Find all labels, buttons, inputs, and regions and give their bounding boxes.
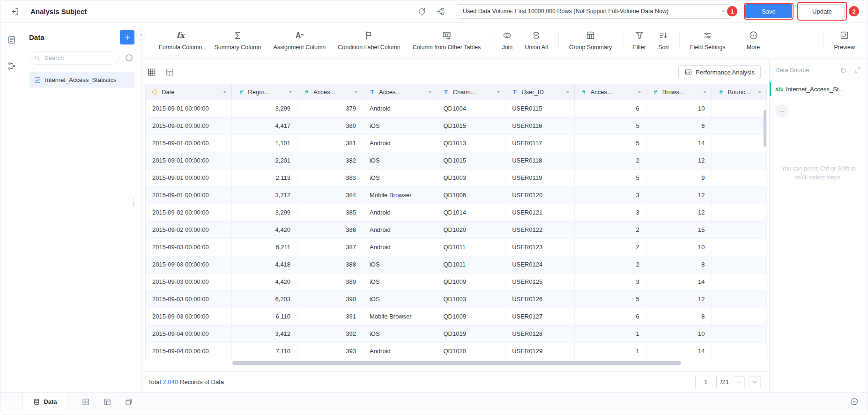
column-header-8[interactable]: #Bounc... [712, 84, 766, 100]
column-dropdown-icon[interactable] [497, 91, 500, 93]
data-grid: Date#Regio...#Acces...TAcces...TChann...… [145, 84, 767, 360]
topbar: Analysis Subject Used Data Volume: First… [0, 0, 868, 22]
collapse-bar-icon[interactable] [848, 396, 860, 408]
table-row: 2015-09-04 00:00:007,110393AndroidQD1020… [146, 342, 767, 360]
column-dropdown-icon[interactable] [703, 91, 707, 93]
number-type-icon: # [303, 89, 310, 96]
flow-icon[interactable] [434, 5, 446, 17]
toolbar-union-all-button[interactable]: Union All [519, 30, 554, 51]
data-source-step[interactable]: xls Internet_Access_St... [770, 82, 868, 96]
column-header-1[interactable]: #Regio... [232, 84, 297, 100]
number-type-icon: # [237, 89, 245, 96]
search-options-icon[interactable] [124, 52, 134, 63]
sidebar-search-row [29, 51, 134, 65]
column-dropdown-icon[interactable] [638, 91, 641, 93]
toolbar-item-label: Assignment Column [273, 44, 326, 51]
update-button[interactable]: Update [800, 4, 845, 18]
sidebar-table-item[interactable]: Internet_Access_Statistics [29, 72, 134, 88]
column-header-3[interactable]: TAcces... [363, 84, 437, 100]
toolbar-filter-button[interactable]: Filter [627, 30, 652, 51]
column-header-7[interactable]: #Brows... [646, 84, 712, 100]
toolbar-column-from-other-tables-button[interactable]: Column from Other Tables [407, 30, 487, 51]
table-row: 2015-09-01 00:00:002,201382iOSQD1015USER… [146, 152, 767, 169]
column-dropdown-icon[interactable] [758, 91, 762, 93]
table-cell: USER0119 [505, 169, 574, 186]
toolbar-preview-button[interactable]: Preview [828, 30, 861, 51]
table-cell: 10 [646, 100, 712, 117]
table-cell: 3,412 [232, 325, 297, 342]
toolbar-formula-column-button[interactable]: fxFormula Column [153, 30, 208, 51]
vertical-scrollbar[interactable] [764, 110, 766, 147]
table-component-icon[interactable] [101, 396, 113, 408]
table-cell: USER0128 [505, 325, 574, 342]
toolbar-item-label: More [747, 44, 760, 51]
column-label: Chann... [453, 89, 494, 96]
add-data-button[interactable] [120, 30, 134, 44]
xls-badge: xls [775, 86, 783, 92]
union-icon [531, 30, 541, 41]
add-step-button[interactable] [775, 104, 788, 118]
search-input[interactable] [45, 54, 114, 61]
column-header-0[interactable]: Date [146, 84, 232, 100]
table-cell: USER0124 [505, 256, 574, 273]
column-dropdown-icon[interactable] [566, 91, 570, 93]
analysis-steps-icon[interactable] [6, 34, 18, 46]
exit-icon[interactable] [9, 5, 21, 17]
toolbar-sort-button[interactable]: Sort [652, 30, 675, 51]
table-cell: Android [363, 238, 437, 256]
hint-line-2: multi-select steps. [795, 174, 842, 181]
toolbar-assignment-column-button[interactable]: A=Assignment Column [267, 30, 332, 51]
column-dropdown-icon[interactable] [223, 91, 227, 93]
table-cell: 4,418 [232, 256, 297, 273]
table-cell: 6,110 [232, 308, 297, 325]
table-cell: 6 [574, 100, 646, 117]
toolbar-summary-column-button[interactable]: ΣSummary Column [208, 30, 267, 51]
table-cell: QD1011 [437, 238, 505, 256]
table-cell: 1,101 [232, 134, 297, 152]
lineage-icon[interactable] [6, 60, 18, 72]
page-down-icon[interactable] [749, 376, 761, 388]
table-cell [712, 290, 766, 308]
table-cell: 2 [574, 221, 646, 238]
column-header-6[interactable]: #Acces... [574, 84, 646, 100]
table-cell: 4,417 [232, 117, 297, 134]
tab-data[interactable]: Data [22, 393, 67, 411]
toolbar-field-settings-button[interactable]: Field Settings [684, 30, 732, 51]
table-cell: 5 [574, 169, 646, 186]
horizontal-scrollbar[interactable] [145, 361, 767, 365]
column-dropdown-icon[interactable] [428, 91, 432, 93]
page-input[interactable] [695, 376, 717, 388]
expand-icon[interactable] [853, 65, 862, 74]
save-button[interactable]: Save [745, 4, 792, 18]
card-view-icon[interactable] [164, 67, 175, 78]
history-icon[interactable] [838, 65, 848, 74]
hscroll-thumb[interactable] [232, 361, 681, 365]
performance-analysis-button[interactable]: Performance Analysis [678, 65, 761, 79]
page-up-icon[interactable] [733, 376, 745, 388]
column-header-4[interactable]: TChann... [437, 84, 505, 100]
column-dropdown-icon[interactable] [354, 91, 358, 93]
toolbar-join-button[interactable]: Join [496, 30, 519, 51]
table-cell: 381 [297, 134, 363, 152]
page-total: /21 [720, 378, 729, 385]
grid-view-icon[interactable] [146, 67, 157, 78]
toolbar-condition-label-column-button[interactable]: Condition Label Column [332, 30, 406, 51]
column-dropdown-icon[interactable] [289, 91, 292, 93]
column-header-2[interactable]: #Acces... [297, 84, 363, 100]
refresh-icon[interactable] [415, 5, 428, 17]
table-cell: 2015-09-01 00:00:00 [146, 100, 232, 117]
sidebar-collapse-icon[interactable]: ‹ [136, 30, 146, 40]
toolbar-more-button[interactable]: More [741, 30, 766, 51]
data-volume-dropdown[interactable]: Used Data Volume: First 10000,000 Rows (… [457, 4, 732, 19]
chart-component-icon[interactable] [80, 396, 92, 408]
table-cell: 386 [297, 221, 363, 238]
table-cell: Android [363, 342, 437, 360]
sidebar-resize-handle[interactable]: ⋮⋮ [130, 200, 137, 208]
toolbar-group-summary-button[interactable]: Group Summary [563, 30, 618, 51]
toolbar-item-label: Preview [834, 44, 855, 51]
column-header-5[interactable]: TUser_ID [505, 84, 574, 100]
table-cell: 382 [297, 152, 363, 169]
layers-component-icon[interactable] [123, 396, 135, 408]
preview-icon [839, 30, 849, 41]
table-cell: QD1019 [437, 325, 505, 342]
